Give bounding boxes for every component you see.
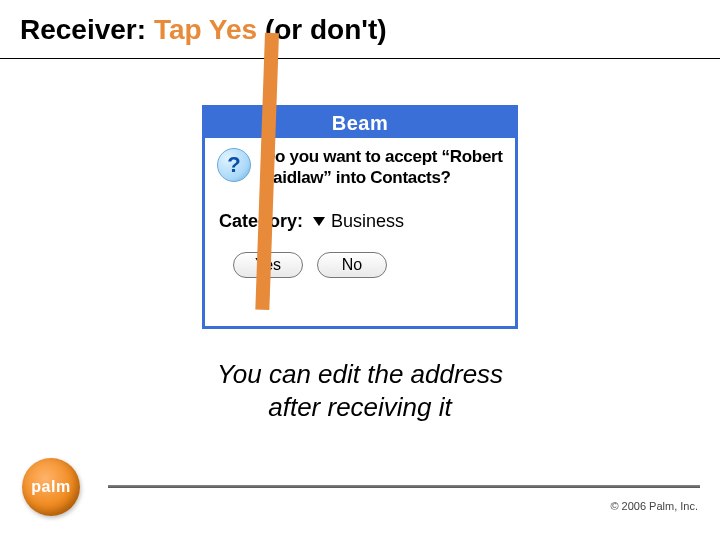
question-mark-icon: ? xyxy=(217,148,251,182)
slide-heading: Receiver: Tap Yes (or don't) xyxy=(20,14,387,46)
heading-part2: Tap Yes xyxy=(154,14,257,45)
dialog-button-row: Yes No xyxy=(205,232,515,278)
chevron-down-icon xyxy=(313,217,325,226)
no-button[interactable]: No xyxy=(317,252,387,278)
category-dropdown[interactable]: Business xyxy=(313,211,404,232)
heading-part1: Receiver: xyxy=(20,14,154,45)
slide-caption: You can edit the address after receiving… xyxy=(0,358,720,423)
caption-line-2: after receiving it xyxy=(0,391,720,424)
category-value: Business xyxy=(331,211,404,232)
beam-dialog: Beam ? Do you want to accept “Robert Lai… xyxy=(202,105,518,329)
slide: Receiver: Tap Yes (or don't) Beam ? Do y… xyxy=(0,0,720,540)
palm-logo: palm xyxy=(22,458,80,516)
dialog-title: Beam xyxy=(205,108,515,138)
dialog-question-row: ? Do you want to accept “Robert Laidlaw”… xyxy=(205,138,515,193)
category-row: Category: Business xyxy=(205,193,515,232)
heading-divider xyxy=(0,58,720,59)
dialog-question-text: Do you want to accept “Robert Laidlaw” i… xyxy=(263,146,503,189)
footer-divider xyxy=(108,485,700,488)
copyright-text: © 2006 Palm, Inc. xyxy=(610,500,698,512)
caption-line-1: You can edit the address xyxy=(0,358,720,391)
